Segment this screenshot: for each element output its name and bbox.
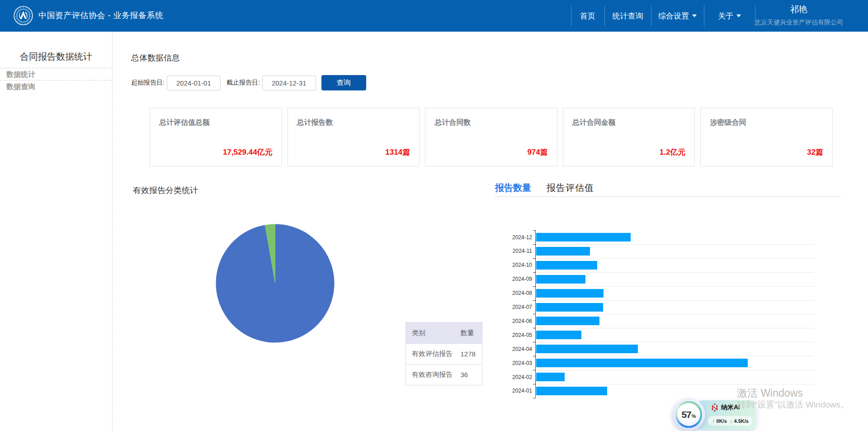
- sidebar: 合同报告数据统计 数据统计 数据查询: [0, 32, 113, 431]
- category-label: 2024-04: [495, 345, 532, 353]
- query-button[interactable]: 查询: [321, 75, 366, 90]
- category-label: 2024-11: [495, 247, 532, 255]
- bar-2024-09: [536, 275, 585, 284]
- user-company: 北京天健兴业资产评估有限公司: [755, 19, 843, 26]
- network-speed-pill: ↑ 0K/s ↓ 4.5K/s: [708, 416, 753, 426]
- y-axis-tick: [533, 384, 535, 384]
- grid-line: [536, 300, 814, 301]
- pie-chart: [216, 224, 335, 343]
- gauge-value: 57 %: [677, 403, 700, 426]
- table-row: 有效咨询报告 36: [406, 365, 482, 385]
- y-axis-tick: [533, 258, 535, 259]
- section-title-pie: 有效报告分类统计: [133, 186, 198, 195]
- nav-item-general-settings[interactable]: 综合设置: [651, 0, 704, 32]
- bar-2024-03: [536, 359, 748, 367]
- windows-activate-watermark-line2: 转到“设置”以激活 Windows。: [737, 400, 849, 409]
- upload-value: 0K/s: [717, 418, 727, 424]
- bar-2024-08: [536, 289, 604, 298]
- chevron-down-icon: [692, 14, 697, 17]
- y-axis-tick: [533, 300, 535, 301]
- category-label: 2024-03: [495, 359, 532, 367]
- app-title: 中国资产评估协会 - 业务报备系统: [38, 6, 164, 25]
- top-navbar: 中国资产评估协会 - 业务报备系统 首页 统计查询 综合设置 关于 祁艳 北京天…: [0, 0, 868, 32]
- grid-line: [536, 384, 814, 384]
- association-logo-icon: [14, 6, 33, 25]
- start-date-input[interactable]: [167, 76, 221, 90]
- grid-line: [536, 286, 814, 287]
- stat-card-classified-contracts: 涉密级合同 32篇: [700, 108, 833, 166]
- bar-2024-06: [536, 317, 599, 325]
- bar-2024-12: [536, 233, 631, 242]
- user-name: 祁艳: [790, 5, 807, 14]
- download-value: 4.5K/s: [734, 418, 749, 424]
- nami-ai-logo-icon: [711, 403, 719, 412]
- stat-card-total-reports: 总计报告数 1314篇: [288, 108, 420, 166]
- nav-item-home[interactable]: 首页: [571, 0, 604, 32]
- category-label: 2024-06: [495, 317, 532, 325]
- y-axis-tick: [533, 328, 535, 328]
- grid-line: [536, 244, 814, 245]
- sidebar-item-data-query[interactable]: 数据查询: [0, 80, 112, 92]
- download-arrow-icon: ↓: [730, 417, 733, 424]
- grid-line: [536, 272, 814, 273]
- nav-user-menu[interactable]: 祁艳 北京天健兴业资产评估有限公司: [755, 0, 868, 32]
- bar-2024-02: [536, 373, 565, 381]
- y-axis-tick: [533, 286, 535, 287]
- bar-2024-05: [536, 331, 581, 339]
- nami-ai-header: 纳米AI: [711, 403, 740, 412]
- grid-line: [536, 258, 814, 259]
- nav-item-statistics-query[interactable]: 统计查询: [604, 0, 651, 32]
- windows-activate-watermark-line1: 激活 Windows: [737, 387, 803, 399]
- upload-speed: ↑ 0K/s: [712, 417, 727, 424]
- col-header-category: 类别: [406, 322, 461, 344]
- grid-line: [536, 314, 814, 314]
- y-axis-tick: [533, 244, 535, 245]
- grid-line: [536, 328, 814, 328]
- y-axis-tick: [533, 398, 535, 398]
- sidebar-menu: 数据统计 数据查询: [0, 68, 112, 92]
- col-header-count: 数量: [461, 322, 482, 344]
- tab-report-count[interactable]: 报告数量: [495, 182, 531, 193]
- y-axis-tick: [533, 272, 535, 273]
- grid-line: [536, 342, 814, 342]
- y-axis-tick: [533, 314, 535, 314]
- pie-slice-0: [216, 224, 335, 343]
- y-axis-tick: [533, 356, 535, 356]
- page: 中国资产评估协会 - 业务报备系统 首页 统计查询 综合设置 关于 祁艳 北京天…: [0, 0, 868, 431]
- chart-tabs: 报告数量 报告评估值: [495, 182, 594, 193]
- bar-2024-11: [536, 247, 590, 256]
- y-axis-tick: [533, 370, 535, 370]
- end-date-input[interactable]: [262, 76, 316, 90]
- nav-menu: 首页 统计查询 综合设置 关于 祁艳 北京天健兴业资产评估有限公司: [571, 0, 868, 32]
- start-date-label: 起始报告日:: [131, 79, 165, 87]
- chevron-down-icon: [736, 14, 741, 17]
- tab-report-appraised-value[interactable]: 报告评估值: [547, 182, 594, 193]
- category-table: 类别 数量 有效评估报告 1278 有效咨询报告 36: [406, 322, 482, 385]
- category-label: 2024-09: [495, 275, 532, 283]
- sidebar-item-data-statistics[interactable]: 数据统计: [0, 68, 112, 80]
- table-row: 有效评估报告 1278: [406, 344, 482, 365]
- upload-arrow-icon: ↑: [712, 417, 715, 424]
- bar-2024-01: [536, 387, 607, 395]
- y-axis-tick: [533, 342, 535, 342]
- stat-cards: 总计评估值总额 17,529.44亿元 总计报告数 1314篇 总计合同数 97…: [150, 108, 833, 166]
- section-title-overview: 总体数据信息: [131, 53, 180, 63]
- category-label: 2024-08: [495, 289, 532, 297]
- bar-2024-04: [536, 345, 638, 353]
- category-label: 2024-02: [495, 373, 532, 381]
- bar-2024-10: [536, 261, 597, 270]
- sidebar-title: 合同报告数据统计: [0, 51, 112, 62]
- nami-ai-gauge[interactable]: 57 %: [672, 398, 705, 431]
- tabs-underline: [495, 196, 841, 197]
- grid-line: [536, 356, 814, 356]
- stat-card-total-contract-amount: 总计合同金额 1.2亿元: [563, 108, 695, 166]
- bar-2024-07: [536, 303, 603, 312]
- category-table-header-row: 类别 数量: [406, 322, 482, 344]
- y-axis-line: [535, 230, 536, 398]
- end-date-label: 截止报告日:: [226, 79, 260, 87]
- category-label: 2024-12: [495, 233, 532, 242]
- nav-item-about[interactable]: 关于: [704, 0, 755, 32]
- date-filter-row: 起始报告日: 截止报告日: 查询: [131, 75, 366, 90]
- category-label: 2024-10: [495, 261, 532, 269]
- category-label: 2024-01: [495, 387, 532, 395]
